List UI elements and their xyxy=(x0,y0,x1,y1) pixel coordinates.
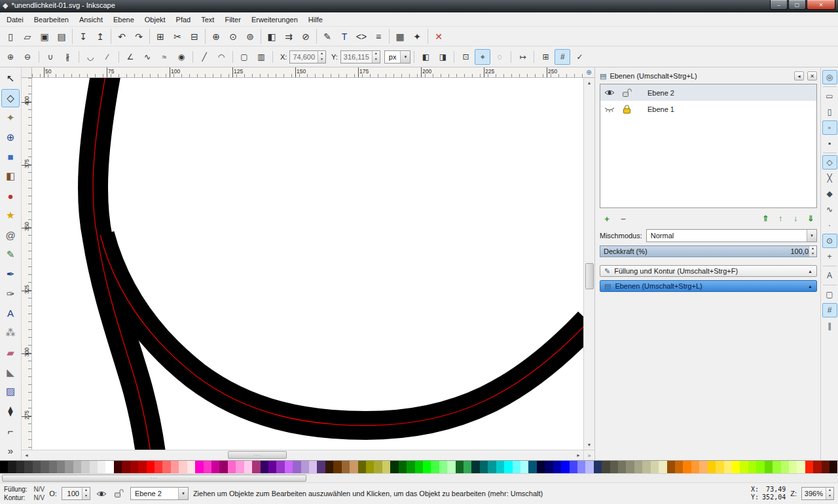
palette-swatch[interactable] xyxy=(16,461,24,473)
palette-swatch[interactable] xyxy=(204,461,211,473)
sticky-zoom-button[interactable]: ⊕ xyxy=(583,67,594,78)
undo-button[interactable]: ↶ xyxy=(113,28,130,45)
zoom-selection-button[interactable]: ⊕ xyxy=(208,28,225,45)
snap-rotation-centers-button[interactable]: + xyxy=(822,249,837,264)
dropdown-arrow-icon[interactable]: ▼ xyxy=(178,488,188,499)
palette-swatch[interactable] xyxy=(0,461,8,473)
paste-button[interactable]: ⊟ xyxy=(186,28,203,45)
node-tool[interactable]: ◇ xyxy=(1,89,20,107)
menu-objekt[interactable]: Objekt xyxy=(139,14,171,26)
show-transform-handles-button[interactable]: ⊡ xyxy=(458,49,473,65)
ellipse-tool[interactable]: ● xyxy=(1,187,20,205)
menu-datei[interactable]: Datei xyxy=(1,14,29,26)
palette-swatch[interactable] xyxy=(41,461,48,473)
palette-swatch[interactable] xyxy=(471,461,479,473)
tweak-tool[interactable]: ✦ xyxy=(1,109,20,127)
layer-lock-toggle[interactable] xyxy=(618,88,636,98)
menu-hilfe[interactable]: Hilfe xyxy=(303,14,328,26)
snap-bbox-midpoints-button[interactable]: ▪ xyxy=(822,136,837,151)
palette-swatch[interactable] xyxy=(24,461,32,473)
spray-tool[interactable]: ⁂ xyxy=(1,324,20,342)
text-tool[interactable]: A xyxy=(1,304,20,323)
edit-clipping-path-button[interactable]: ◧ xyxy=(418,49,433,65)
fill-stroke-dialog-button[interactable]: ✎ xyxy=(319,28,336,45)
align-dialog-button[interactable]: ≡ xyxy=(370,28,387,45)
palette-swatch[interactable] xyxy=(537,461,545,473)
palette-swatch[interactable] xyxy=(33,461,41,473)
object-to-path-button[interactable]: ▢ xyxy=(236,49,252,65)
palette-swatch[interactable] xyxy=(626,461,634,473)
panel-close-button[interactable]: ✕ xyxy=(807,71,817,81)
snap-toggle-button[interactable]: # xyxy=(555,49,570,65)
node-y-value[interactable]: 316,115 xyxy=(341,51,372,63)
palette-swatch[interactable] xyxy=(675,461,683,473)
palette-swatch[interactable] xyxy=(829,461,837,473)
break-nodes-button[interactable]: ∦ xyxy=(60,49,75,65)
dropper-tool[interactable]: ⧫ xyxy=(1,402,20,420)
snap-midpoints-button[interactable]: · xyxy=(822,218,837,232)
palette-swatch[interactable] xyxy=(699,461,707,473)
text-dialog-button[interactable]: T xyxy=(336,28,353,45)
scroll-up-icon[interactable]: ▲ xyxy=(584,78,594,88)
palette-swatch[interactable] xyxy=(805,461,813,473)
snap-guides-button[interactable]: ∥ xyxy=(822,319,837,333)
spiral-tool[interactable]: @ xyxy=(1,226,20,244)
y-spinner[interactable]: ▲▼ xyxy=(372,51,380,63)
palette-swatch[interactable] xyxy=(49,461,57,473)
opacity-spinner[interactable]: ▲▼ xyxy=(82,488,90,499)
palette-swatch[interactable] xyxy=(773,461,780,473)
menu-ebene[interactable]: Ebene xyxy=(108,14,139,26)
vertical-scrollbar[interactable]: ▲ ▼ xyxy=(583,78,594,450)
close-document-button[interactable]: ✕ xyxy=(430,28,447,45)
duplicate-button[interactable]: ◧ xyxy=(263,28,280,45)
object-opacity-field[interactable]: 100 ▲▼ xyxy=(62,487,90,500)
palette-swatch[interactable] xyxy=(618,461,626,473)
dropdown-arrow-icon[interactable]: ▼ xyxy=(400,51,410,63)
horizontal-scroll-track[interactable]: ··· xyxy=(31,450,574,460)
new-document-button[interactable]: ▯ xyxy=(2,28,19,45)
add-layer-button[interactable]: + xyxy=(600,213,614,225)
snap-bbox-button[interactable]: ▭ xyxy=(822,89,837,103)
palette-swatch[interactable] xyxy=(90,461,98,473)
horizontal-scrollbar[interactable]: ◄ ··· ► xyxy=(22,450,583,460)
layer-to-top-button[interactable]: ⇑ xyxy=(759,213,772,225)
blend-mode-select[interactable]: Normal ▼ xyxy=(646,229,817,242)
palette-swatch[interactable] xyxy=(105,461,113,473)
object-opacity-value[interactable]: 100 xyxy=(62,488,82,499)
palette-swatch[interactable] xyxy=(261,461,268,473)
palette-swatch[interactable] xyxy=(374,461,382,473)
make-smooth-button[interactable]: ∿ xyxy=(139,49,155,65)
palette-swatch[interactable] xyxy=(667,461,675,473)
show-bezier-handles-button[interactable]: ⌖ xyxy=(475,49,490,65)
paint-bucket-tool[interactable]: ◣ xyxy=(1,363,20,382)
dropdown-arrow-icon[interactable]: ▼ xyxy=(807,230,816,242)
node-x-field[interactable]: 74,600 ▲▼ xyxy=(289,50,326,63)
palette-swatch[interactable] xyxy=(716,461,723,473)
palette-swatch[interactable] xyxy=(390,461,398,473)
palette-swatch[interactable] xyxy=(81,461,89,473)
horizontal-ruler[interactable]: 5075100125150175200225250 xyxy=(32,67,583,78)
palette-swatch[interactable] xyxy=(577,461,585,473)
maximize-button[interactable]: ▢ xyxy=(788,0,806,10)
palette-swatch[interactable] xyxy=(333,461,341,473)
join-nodes-button[interactable]: ∪ xyxy=(43,49,58,65)
zoom-value[interactable]: 396% xyxy=(802,488,826,499)
palette-swatch[interactable] xyxy=(708,461,716,473)
next-path-effect-parameter-button[interactable]: ↦ xyxy=(515,49,530,65)
palette-swatch[interactable] xyxy=(252,461,260,473)
snap-text-baseline-button[interactable]: A xyxy=(822,268,837,283)
layer-lock-toggle[interactable] xyxy=(113,488,126,499)
palette-swatch[interactable] xyxy=(431,461,439,473)
palette-swatch[interactable] xyxy=(447,461,455,473)
palette-swatch[interactable] xyxy=(195,461,203,473)
palette-swatch[interactable] xyxy=(407,461,414,473)
minimize-button[interactable]: – xyxy=(770,0,788,10)
palette-swatch[interactable] xyxy=(504,461,512,473)
palette-swatch[interactable] xyxy=(480,461,488,473)
palette-swatch[interactable] xyxy=(439,461,447,473)
unit-select[interactable]: px ▼ xyxy=(384,50,411,63)
vertical-scroll-thumb[interactable] xyxy=(585,263,594,289)
palette-swatch[interactable] xyxy=(789,461,797,473)
pen-tool[interactable]: ✒ xyxy=(1,265,20,283)
palette-swatch[interactable] xyxy=(366,461,374,473)
